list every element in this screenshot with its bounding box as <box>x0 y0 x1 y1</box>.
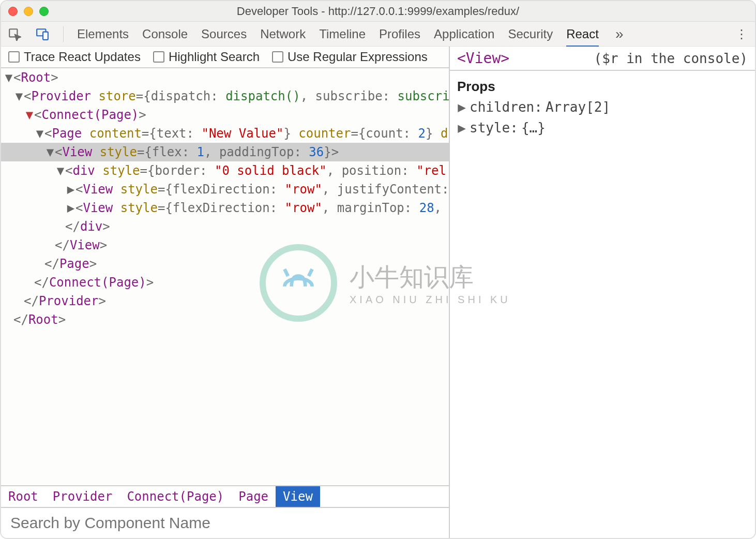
disclosure-triangle-icon[interactable]: ▶ <box>457 97 466 117</box>
tab-network[interactable]: Network <box>260 27 306 41</box>
prop-row[interactable]: ▶children: Array[2] <box>457 97 748 117</box>
checkbox-icon <box>272 51 283 63</box>
breadcrumb-item[interactable]: Root <box>1 486 46 507</box>
selected-component-name: <View> <box>457 50 509 67</box>
prop-key: style: <box>470 117 518 138</box>
search-input[interactable] <box>1 508 449 538</box>
breadcrumb-item[interactable]: Provider <box>46 486 120 507</box>
tree-row[interactable]: </Page> <box>1 254 449 273</box>
use-regex-label: Use Regular Expressions <box>288 50 428 64</box>
disclosure-triangle-icon[interactable]: ▼ <box>14 87 24 106</box>
trace-react-updates-label: Trace React Updates <box>24 50 141 64</box>
tree-row[interactable]: ▼<Connect(Page)> <box>1 106 449 124</box>
tree-row[interactable]: ▼<div style={border: "0 solid black", po… <box>1 161 449 180</box>
tree-row[interactable]: </Provider> <box>1 292 449 310</box>
disclosure-triangle-icon[interactable]: ▼ <box>4 68 13 87</box>
tab-application[interactable]: Application <box>434 27 494 41</box>
tree-row[interactable]: ▶<View style={flexDirection: "row", just… <box>1 180 449 199</box>
disclosure-triangle-icon[interactable]: ▼ <box>35 124 44 143</box>
tree-row[interactable]: </View> <box>1 236 449 254</box>
prop-value: Array[2] <box>546 97 610 117</box>
tree-row[interactable]: ▼<View style={flex: 1, paddingTop: 36}> <box>1 143 449 161</box>
svg-rect-2 <box>43 32 48 39</box>
prop-value: {…} <box>521 117 546 138</box>
device-toggle-icon[interactable] <box>35 27 50 41</box>
titlebar: Developer Tools - http://127.0.0.1:9999/… <box>1 1 755 22</box>
checkbox-icon <box>153 51 164 63</box>
disclosure-triangle-icon[interactable]: ▼ <box>25 106 34 124</box>
breadcrumb-item[interactable]: Connect(Page) <box>119 486 231 507</box>
tab-profiles[interactable]: Profiles <box>379 27 420 41</box>
inspect-icon[interactable] <box>7 27 22 41</box>
breadcrumb-item[interactable]: View <box>276 486 320 507</box>
tab-elements[interactable]: Elements <box>77 27 129 41</box>
breadcrumb-item[interactable]: Page <box>231 486 276 507</box>
tab-security[interactable]: Security <box>508 27 553 41</box>
tree-row[interactable]: </Connect(Page)> <box>1 273 449 292</box>
tab-console[interactable]: Console <box>142 27 188 41</box>
disclosure-triangle-icon[interactable]: ▶ <box>66 180 75 199</box>
tab-timeline[interactable]: Timeline <box>319 27 366 41</box>
prop-row[interactable]: ▶style: {…} <box>457 117 748 138</box>
tree-row[interactable]: ▼<Page content={text: "New Value"} count… <box>1 124 449 143</box>
window-title: Developer Tools - http://127.0.0.1:9999/… <box>1 5 755 18</box>
kebab-menu-icon[interactable]: ⋮ <box>734 27 749 41</box>
console-hint: ($r in the console) <box>594 51 748 66</box>
disclosure-triangle-icon[interactable]: ▶ <box>66 199 75 217</box>
react-options-bar: Trace React Updates Highlight Search Use… <box>1 47 449 68</box>
trace-react-updates-checkbox[interactable]: Trace React Updates <box>8 50 141 64</box>
checkbox-icon <box>8 51 20 63</box>
disclosure-triangle-icon[interactable]: ▶ <box>457 117 466 138</box>
prop-key: children: <box>470 97 542 117</box>
tree-row[interactable]: ▼<Root> <box>1 68 449 87</box>
highlight-search-label: Highlight Search <box>169 50 260 64</box>
props-heading: Props <box>457 76 748 97</box>
component-tree[interactable]: ▼<Root>▼<Provider store={dispatch: dispa… <box>1 68 449 485</box>
use-regex-checkbox[interactable]: Use Regular Expressions <box>272 50 428 64</box>
highlight-search-checkbox[interactable]: Highlight Search <box>153 50 260 64</box>
tree-row[interactable]: </div> <box>1 217 449 236</box>
tree-row[interactable]: ▶<View style={flexDirection: "row", marg… <box>1 199 449 217</box>
tabs-overflow-icon[interactable]: » <box>612 27 627 41</box>
component-breadcrumb: RootProviderConnect(Page)PageView <box>1 485 449 507</box>
tab-sources[interactable]: Sources <box>201 27 247 41</box>
tree-row[interactable]: ▼<Provider store={dispatch: dispatch(), … <box>1 87 449 106</box>
tab-react[interactable]: React <box>566 27 599 48</box>
tree-row[interactable]: </Root> <box>1 310 449 329</box>
disclosure-triangle-icon[interactable]: ▼ <box>46 143 55 161</box>
disclosure-triangle-icon[interactable]: ▼ <box>56 161 65 180</box>
devtools-tabbar: Elements Console Sources Network Timelin… <box>1 22 755 47</box>
